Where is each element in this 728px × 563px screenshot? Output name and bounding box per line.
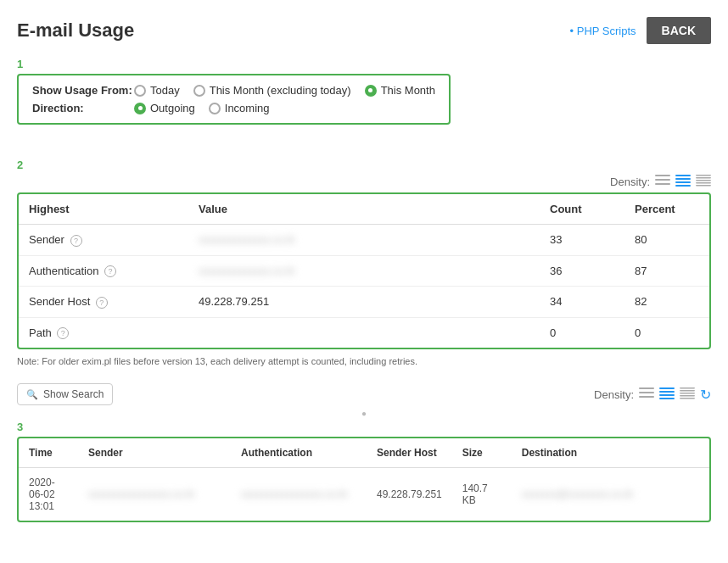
cell-value-senderhost: 49.228.79.251 [188,287,540,318]
svg-rect-5 [675,181,691,183]
svg-rect-23 [680,398,695,399]
density-icon-compact-2[interactable] [696,175,711,189]
density-icon-normal-3[interactable] [639,387,654,402]
svg-rect-3 [675,175,691,176]
density-bar-3: Density: ↻ [594,387,711,403]
cell-highest-auth: Authentication ? [19,255,188,287]
info-icon-path[interactable]: ? [57,327,69,339]
refresh-icon[interactable]: ↻ [700,387,711,403]
info-icon-senderhost[interactable]: ? [96,297,108,309]
density-icon-normal-2[interactable] [655,175,670,189]
back-button[interactable]: BACK [647,17,711,44]
radio-incoming[interactable]: Incoming [209,102,270,114]
radio-today[interactable]: Today [134,84,180,97]
density-bar-2: Density: [17,175,711,189]
th-highest: Highest [19,194,188,225]
table-row: Sender Host ? 49.228.79.251 34 82 [19,287,709,318]
svg-rect-12 [639,387,654,389]
section3-num: 3 [17,421,711,433]
svg-rect-16 [659,391,675,393]
section3: 🔍 Show Search Density: ↻ ● 3 Time Sender [17,383,711,522]
usage-from-label: Show Usage From: [32,84,134,97]
svg-rect-1 [655,179,670,181]
log-table: Time Sender Authentication Sender Host S… [19,438,709,521]
th-time: Time [19,438,78,468]
table-section-2: Highest Value Count Percent Sender ? xxx… [17,192,711,349]
cell-size: 140.7 KB [452,468,512,521]
radio-this-month[interactable]: This Month [365,84,435,97]
search-density-row: 🔍 Show Search Density: ↻ [17,383,711,405]
density-icon-medium-2[interactable] [675,175,691,189]
radio-incoming-label: Incoming [225,102,270,114]
th-size: Size [452,438,512,468]
svg-rect-6 [675,185,691,187]
th-percent: Percent [624,194,709,225]
svg-rect-2 [655,183,670,185]
blurred-value-sender: xxxxxxxxxxxxxx.co.th [199,234,294,246]
th-value: Value [188,194,540,225]
cell-highest-path: Path ? [19,317,188,348]
table-row: Authentication ? xxxxxxxxxxxxxx.co.th 36… [19,255,709,287]
radio-dot-today [134,85,146,97]
direction-radio-group: Outgoing Incoming [134,102,270,114]
radio-dot-outgoing [134,103,146,114]
cell-highest-sender: Sender ? [19,225,188,256]
density-label-2: Density: [610,176,650,188]
show-search-button[interactable]: 🔍 Show Search [17,383,113,405]
direction-label: Direction: [32,102,134,114]
svg-rect-20 [680,390,695,392]
svg-rect-21 [680,393,695,394]
table-section-3: Time Sender Authentication Sender Host S… [17,437,711,522]
radio-outgoing-label: Outgoing [150,102,195,114]
svg-rect-15 [659,387,675,389]
cell-count-senderhost: 34 [540,287,624,318]
direction-row: Direction: Outgoing Incoming [32,102,435,114]
info-icon-sender[interactable]: ? [70,235,82,247]
th-sender-host: Sender Host [367,438,452,468]
header-right: • PHP Scripts BACK [570,17,711,44]
cell-percent-sender: 80 [624,225,709,256]
php-scripts-link[interactable]: • PHP Scripts [570,25,636,37]
svg-rect-4 [675,178,691,180]
radio-this-month-excl[interactable]: This Month (excluding today) [193,84,351,97]
density-icon-medium-3[interactable] [659,387,675,402]
density-icon-compact-3[interactable] [680,387,695,402]
radio-today-label: Today [150,84,180,97]
svg-rect-18 [659,398,675,399]
table-row: Path ? 0 0 [19,317,709,348]
radio-dot-incoming [209,103,221,114]
svg-rect-13 [639,392,654,393]
info-icon-auth[interactable]: ? [104,265,116,277]
cell-highest-senderhost: Sender Host ? [19,287,188,318]
blurred-auth: xxxxxxxxxxxxxxxx.co.th [241,488,347,500]
th-destination: Destination [512,438,709,468]
svg-rect-7 [696,175,711,176]
radio-outgoing[interactable]: Outgoing [134,102,195,114]
svg-rect-9 [696,180,711,181]
highest-table: Highest Value Count Percent Sender ? xxx… [19,194,709,348]
cell-percent-senderhost: 82 [624,287,709,318]
svg-rect-11 [696,185,711,187]
section2: 2 Density: Highest Value Count Percent [17,159,711,366]
cell-time: 2020-06-02 13:01 [19,468,78,521]
svg-rect-10 [696,182,711,184]
show-search-label: Show Search [43,388,104,400]
usage-radio-group: Today This Month (excluding today) This … [134,84,435,97]
page-title: E-mail Usage [17,20,134,42]
svg-rect-0 [655,175,670,176]
table2-note: Note: For older exim.pl files before ver… [17,356,711,366]
svg-rect-17 [659,394,675,396]
cell-auth: xxxxxxxxxxxxxxxx.co.th [231,468,367,521]
cell-value-auth: xxxxxxxxxxxxxx.co.th [188,255,540,287]
cell-percent-path: 0 [624,317,709,348]
section1: 1 Show Usage From: Today This Month (exc… [17,58,711,142]
th-count: Count [540,194,624,225]
filter-box: Show Usage From: Today This Month (exclu… [17,74,451,125]
section2-num: 2 [17,159,711,171]
cell-value-sender: xxxxxxxxxxxxxx.co.th [188,225,540,256]
section1-num: 1 [17,58,711,70]
search-icon: 🔍 [26,389,38,400]
svg-rect-14 [639,396,654,398]
table-row: Sender ? xxxxxxxxxxxxxx.co.th 33 80 [19,225,709,256]
th-sender: Sender [78,438,231,468]
